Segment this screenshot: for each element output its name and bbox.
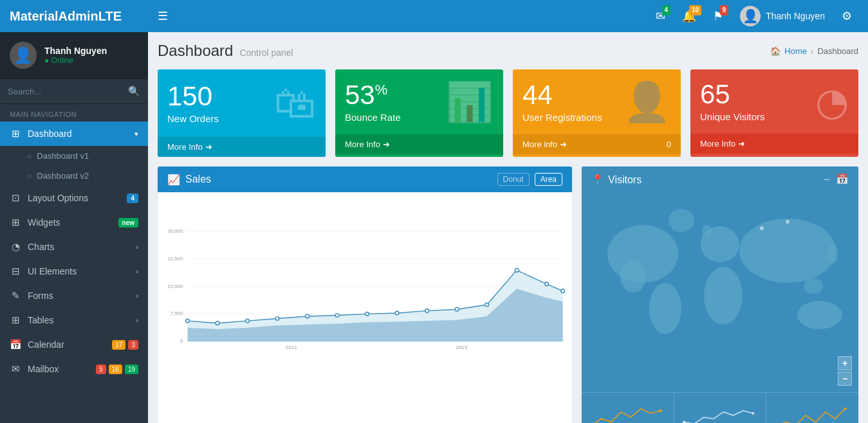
nav-icons: ✉ 4 🔔 10 ⚑ 9 👤 Thanh Nguyen ⚙	[649, 5, 858, 27]
sidebar-item-label: Forms	[28, 291, 136, 301]
sidebar-item-dashboard-v1[interactable]: ○ Dashboard v1	[0, 146, 148, 166]
svg-point-46	[844, 408, 847, 410]
mailbox-badge-1: 5	[96, 364, 106, 374]
area-button[interactable]: Area	[535, 173, 562, 186]
visitors-more-info[interactable]: More Info ➜	[690, 134, 858, 154]
registrations-more-info[interactable]: More info ➜ 0	[513, 134, 681, 154]
mailbox-badge-2: 16	[109, 364, 122, 374]
breadcrumb-home-link[interactable]: Home	[784, 46, 807, 56]
chevron-down-icon: ▾	[134, 130, 138, 138]
visitors-label: Unique Visitors	[700, 111, 765, 122]
charts-row: 📈 Sales Donut Area 30,000 22,500 15,000	[158, 166, 858, 423]
stat-box-orders: 150 New Orders 🛍 More Info ➜	[158, 69, 326, 157]
sales-chart-card: 📈 Sales Donut Area 30,000 22,500 15,000	[158, 166, 572, 423]
user-info[interactable]: 👤 Thanh Nguyen	[734, 6, 831, 26]
mailbox-icon: ✉	[10, 363, 21, 375]
sidebar-user-panel: 👤 Thanh Nguyen Online	[0, 32, 148, 79]
widgets-icon: ⊞	[10, 217, 21, 228]
location-icon: 📍	[591, 174, 604, 186]
sidebar-item-layout-options[interactable]: ⊡ Layout Options 4	[0, 186, 148, 210]
svg-text:7,500: 7,500	[171, 311, 183, 317]
svg-point-38	[804, 278, 823, 294]
svg-text:2013: 2013	[456, 345, 468, 350]
svg-point-26	[545, 282, 549, 286]
bounce-number: 53%	[345, 82, 401, 109]
donut-button[interactable]: Donut	[497, 173, 530, 186]
search-input[interactable]	[8, 87, 123, 96]
svg-point-40	[786, 220, 790, 224]
stat-box-bounce: 53% Bounce Rate 📊 More Info ➜	[335, 69, 503, 157]
svg-point-35	[669, 209, 694, 232]
chevron-right-icon: ›	[136, 316, 138, 324]
mini-chart-svg-2	[681, 398, 760, 423]
bell-nav-button[interactable]: 🔔 10	[676, 5, 703, 27]
chevron-right-icon: ›	[136, 292, 138, 300]
sidebar-user-name: Thanh Nguyen	[44, 46, 107, 56]
orders-more-info[interactable]: More Info ➜	[158, 137, 326, 157]
avatar: 👤	[740, 6, 761, 26]
ui-icon: ⊟	[10, 266, 21, 277]
sidebar-item-ui-elements[interactable]: ⊟ UI Elements ›	[0, 259, 148, 284]
sidebar-item-charts[interactable]: ◔ Charts ›	[0, 235, 148, 259]
chart-icon: 📈	[167, 174, 180, 186]
search-icon[interactable]: 🔍	[128, 86, 140, 97]
sidebar-item-label: Charts	[28, 242, 136, 252]
page-title: Dashboard	[158, 42, 233, 60]
svg-point-14	[186, 319, 190, 323]
registrations-label: User Registrations	[522, 112, 602, 123]
arrow-right-icon: ➜	[205, 142, 212, 152]
sidebar-item-mailbox[interactable]: ✉ Mailbox 5 16 19	[0, 357, 148, 381]
svg-text:0: 0	[180, 338, 183, 344]
page-subtitle: Control panel	[239, 48, 293, 58]
email-nav-button[interactable]: ✉ 4	[649, 5, 672, 27]
svg-point-25	[515, 269, 519, 273]
sidebar-item-label: Dashboard	[28, 129, 134, 139]
map-zoom-out[interactable]: −	[838, 372, 852, 386]
bell-badge: 10	[689, 5, 701, 15]
sidebar-item-label: Calendar	[28, 339, 112, 350]
svg-point-30	[649, 283, 681, 334]
bounce-more-info[interactable]: More Info ➜	[335, 134, 503, 154]
logo-bold: AdminLTE	[59, 9, 122, 23]
sidebar-item-forms[interactable]: ✎ Forms ›	[0, 284, 148, 308]
svg-point-36	[702, 225, 712, 238]
svg-point-29	[620, 260, 646, 292]
gear-icon[interactable]: ⚙	[835, 5, 858, 27]
svg-point-39	[760, 226, 764, 230]
sidebar-item-dashboard-v2[interactable]: ○ Dashboard v2	[0, 166, 148, 186]
mini-chart-svg-3	[773, 398, 852, 423]
main-layout: 👤 Thanh Nguyen Online 🔍 MAIN NAVIGATION …	[0, 32, 868, 423]
breadcrumb: 🏠 Home › Dashboard	[770, 46, 858, 56]
sidebar-item-widgets[interactable]: ⊞ Widgets new	[0, 210, 148, 235]
minus-icon[interactable]: －	[822, 173, 832, 186]
visitors-body: + −	[582, 193, 858, 392]
shopping-bag-icon: 🛍	[274, 79, 316, 127]
circle-icon: ○	[27, 172, 32, 181]
svg-point-23	[455, 307, 459, 311]
svg-point-19	[335, 314, 339, 318]
home-icon: 🏠	[770, 46, 780, 56]
svg-point-44	[752, 412, 754, 415]
top-navigation: MaterialAdminLTE ☰ ✉ 4 🔔 10 ⚑ 9 👤 Thanh …	[0, 0, 868, 32]
chevron-right-icon: ›	[136, 267, 138, 275]
user-plus-icon: 👤	[623, 79, 671, 125]
sales-chart-title: Sales	[185, 174, 211, 185]
svg-point-18	[306, 314, 309, 318]
mailbox-badge-3: 19	[125, 364, 138, 374]
arrow-right-icon: ➜	[560, 140, 567, 149]
visitors-mini-charts	[582, 392, 858, 423]
sidebar-item-tables[interactable]: ⊞ Tables ›	[0, 308, 148, 332]
sidebar-sub-label: Dashboard v2	[37, 171, 89, 181]
sidebar-item-dashboard[interactable]: ⊞ Dashboard ▾	[0, 122, 148, 146]
svg-text:15,000: 15,000	[167, 284, 183, 289]
stat-boxes: 150 New Orders 🛍 More Info ➜ 53% Bounce …	[158, 69, 858, 157]
flag-nav-button[interactable]: ⚑ 9	[706, 5, 730, 27]
svg-point-37	[827, 244, 838, 264]
stat-box-registrations: 44 User Registrations 👤 More info ➜ 0	[513, 69, 681, 157]
calendar-icon[interactable]: 📅	[836, 173, 849, 186]
svg-point-34	[797, 301, 842, 329]
sidebar-item-calendar[interactable]: 📅 Calendar 17 3	[0, 332, 148, 357]
hamburger-button[interactable]: ☰	[158, 9, 168, 23]
visitors-header: 📍 Visitors － 📅	[582, 166, 858, 193]
map-zoom-in[interactable]: +	[838, 356, 852, 370]
